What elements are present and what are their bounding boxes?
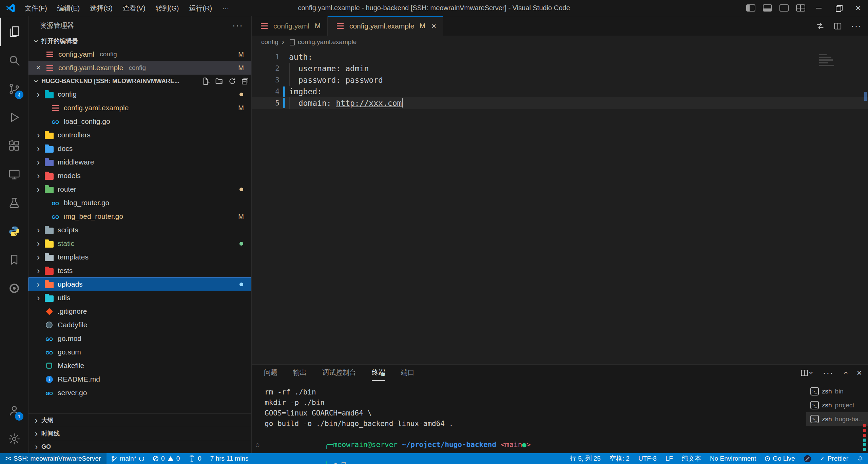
terminal-tab[interactable]: zsh hugo-ba... xyxy=(806,412,868,426)
tree-item[interactable]: › docs xyxy=(28,142,251,155)
open-changes-icon[interactable] xyxy=(816,22,825,31)
terminal-tab[interactable]: zsh bin xyxy=(806,384,868,398)
more-actions-icon[interactable]: ··· xyxy=(851,21,862,31)
activity-run-debug[interactable] xyxy=(0,103,28,132)
code-line[interactable]: 3 password: password xyxy=(252,74,868,86)
panel-tab[interactable]: 调试控制台 xyxy=(322,365,356,381)
menu-item[interactable]: ··· xyxy=(217,2,234,14)
collapse-all-icon[interactable] xyxy=(238,75,251,87)
tree-item[interactable]: › models xyxy=(28,169,251,182)
tab-config-yaml-example[interactable]: config.yaml.example M × xyxy=(328,16,443,36)
open-editor-config-yaml[interactable]: config.yaml config M xyxy=(28,47,251,61)
command-decoration-icon[interactable]: ○ xyxy=(256,440,259,450)
activity-bookmarks[interactable] xyxy=(0,246,28,274)
minimize-button[interactable] xyxy=(809,0,829,16)
customize-layout-icon[interactable] xyxy=(796,4,805,12)
prettier-status[interactable]: ✓ Prettier xyxy=(815,453,853,464)
tree-item[interactable]: › uploads xyxy=(28,277,251,291)
explorer-more-actions-icon[interactable]: ··· xyxy=(232,20,243,31)
sidebar-section-header[interactable]: › GO xyxy=(28,440,251,453)
tab-config-yaml[interactable]: config.yaml M xyxy=(252,16,328,36)
terminal-tab[interactable]: zsh project xyxy=(806,398,868,412)
git-branch-status[interactable]: main* xyxy=(107,453,149,464)
tree-item[interactable]: › Caddyfile xyxy=(28,318,251,332)
problems-status[interactable]: 0 0 xyxy=(149,453,184,464)
code-line[interactable]: 5 domain: http://xxx.com xyxy=(252,97,868,109)
close-window-button[interactable]: × xyxy=(848,0,868,16)
code-line[interactable]: 1 auth: xyxy=(252,51,868,63)
close-icon[interactable]: × xyxy=(33,63,44,72)
restore-button[interactable] xyxy=(829,0,848,16)
menu-item[interactable]: 查看(V) xyxy=(118,2,151,14)
code-line[interactable]: 4 imgbed: xyxy=(252,86,868,97)
launch-profile-chevron-icon[interactable]: › xyxy=(807,371,816,374)
encoding-status[interactable]: UTF-8 xyxy=(634,453,661,464)
tree-item[interactable]: › blog_router.go xyxy=(28,196,251,210)
notifications-status[interactable] xyxy=(853,453,868,464)
code-editor[interactable]: 1 auth: 2 username: admin 3 xyxy=(252,49,868,364)
tree-item[interactable]: › templates xyxy=(28,250,251,264)
tree-item[interactable]: › controllers xyxy=(28,128,251,142)
terminal[interactable]: rm -rf ./bin mkdir -p ./bin GOOS=linux G… xyxy=(252,381,806,453)
close-tab-icon[interactable]: × xyxy=(431,21,436,31)
tree-item[interactable]: › static xyxy=(28,237,251,250)
tree-item[interactable]: › server.go xyxy=(28,386,251,400)
menu-item[interactable]: 运行(R) xyxy=(184,2,217,14)
tree-item[interactable]: › .gitignore xyxy=(28,305,251,318)
toggle-panel-icon[interactable] xyxy=(763,4,772,12)
menu-item[interactable]: 文件(F) xyxy=(20,2,52,14)
minimap[interactable] xyxy=(819,53,837,67)
panel-tab[interactable]: 问题 xyxy=(264,365,277,381)
open-editors-header[interactable]: › 打开的编辑器 xyxy=(28,35,251,47)
project-section-header[interactable]: › HUGO-BACKEND [SSH: MEOWRAINVMWARE... xyxy=(28,75,251,88)
extension-circle-status[interactable] xyxy=(799,453,815,464)
menu-item[interactable]: 转到(G) xyxy=(151,2,184,14)
tree-item[interactable]: › config xyxy=(28,88,251,101)
activity-remote-explorer[interactable] xyxy=(0,160,28,189)
eol-status[interactable]: LF xyxy=(661,453,677,464)
sidebar-section-header[interactable]: › 时间线 xyxy=(28,427,251,440)
indentation-status[interactable]: 空格: 2 xyxy=(605,453,634,464)
tree-item[interactable]: › router xyxy=(28,182,251,196)
tree-item[interactable]: › config.yaml.example M xyxy=(28,101,251,115)
breadcrumb-file[interactable]: config.yaml.example xyxy=(298,38,356,46)
language-mode-status[interactable]: 纯文本 xyxy=(677,453,706,464)
new-folder-icon[interactable] xyxy=(213,75,226,87)
tree-item[interactable]: › tests xyxy=(28,264,251,277)
breadcrumb-folder[interactable]: config xyxy=(261,38,278,46)
toggle-sidebar-icon[interactable] xyxy=(746,4,755,12)
panel-tab[interactable]: 端口 xyxy=(401,365,414,381)
activity-settings[interactable] xyxy=(0,425,28,453)
activity-source-control[interactable]: 4 xyxy=(0,75,28,103)
activity-tool-circle[interactable] xyxy=(0,274,28,303)
tree-item[interactable]: › Makefile xyxy=(28,359,251,372)
forwarded-ports-status[interactable]: 0 xyxy=(184,453,206,464)
menu-item[interactable]: 编辑(E) xyxy=(52,2,85,14)
tree-item[interactable]: › load_config.go xyxy=(28,115,251,128)
split-editor-icon[interactable] xyxy=(833,22,842,31)
activity-explorer[interactable] xyxy=(0,18,28,46)
tree-item[interactable]: › middleware xyxy=(28,155,251,169)
cursor-position-status[interactable]: 行 5, 列 25 xyxy=(565,453,605,464)
toggle-secondary-sidebar-icon[interactable] xyxy=(779,4,789,12)
panel-more-actions-icon[interactable]: ··· xyxy=(823,368,834,378)
python-environment-status[interactable]: No Environment xyxy=(706,453,760,464)
panel-tab[interactable]: 输出 xyxy=(293,365,307,381)
tree-item[interactable]: › scripts xyxy=(28,223,251,237)
new-file-icon[interactable] xyxy=(200,75,213,87)
maximize-panel-icon[interactable]: › xyxy=(841,371,850,374)
tree-item[interactable]: › img_bed_router.go M xyxy=(28,210,251,223)
go-live-status[interactable]: Go Live xyxy=(760,453,799,464)
code-line[interactable]: 2 username: admin xyxy=(252,63,868,74)
activity-testing[interactable] xyxy=(0,189,28,217)
activity-search[interactable] xyxy=(0,46,28,75)
tree-item[interactable]: › go.mod xyxy=(28,332,251,345)
open-editor-config-yaml-example[interactable]: × config.yaml.example config M xyxy=(28,61,251,75)
activity-python[interactable] xyxy=(0,217,28,246)
tree-item[interactable]: › go.sum xyxy=(28,345,251,359)
remote-indicator[interactable]: >< SSH: meowrainVmwareServer xyxy=(0,453,107,464)
tree-item[interactable]: › README.md xyxy=(28,372,251,386)
refresh-icon[interactable] xyxy=(226,75,238,87)
activity-accounts[interactable]: 1 xyxy=(0,396,28,425)
wakatime-status[interactable]: 7 hrs 11 mins xyxy=(206,453,253,464)
